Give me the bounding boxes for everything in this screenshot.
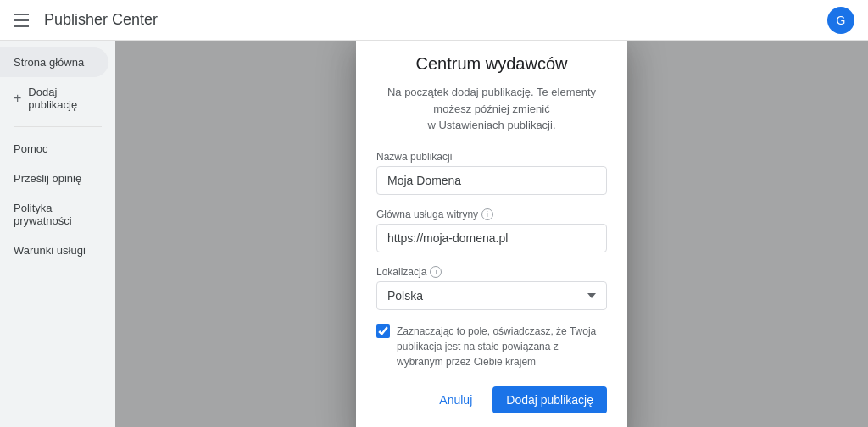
location-info-icon[interactable]: i [430,266,442,278]
plus-icon: + [14,91,21,106]
website-service-label: Główna usługa witryny i [376,208,607,220]
website-service-info-icon[interactable]: i [481,208,493,220]
sidebar-item-terms[interactable]: Warunki usługi [0,236,115,265]
publication-name-label: Nazwa publikacji [376,151,607,163]
avatar[interactable]: G [827,7,854,34]
submit-button[interactable]: Dodaj publikację [492,386,607,413]
consent-checkbox[interactable] [376,324,390,338]
sidebar-item-feedback[interactable]: Prześlij opinię [0,164,115,193]
app-title: Publisher Center [44,11,158,29]
location-label: Lokalizacja i [376,266,607,278]
location-group: Lokalizacja i Polska Niemcy Francja Wiel… [376,266,607,310]
sidebar-item-privacy[interactable]: Polityka prywatności [0,193,115,236]
sidebar-item-help[interactable]: Pomoc [0,134,115,164]
modal-dialog: Centrum wydawców Na początek dodaj publi… [356,34,627,427]
website-service-input[interactable] [376,224,607,252]
cancel-button[interactable]: Anuluj [426,386,486,413]
sidebar-divider [14,126,102,127]
publication-name-input[interactable] [376,166,607,195]
menu-icon[interactable] [14,10,34,30]
modal-actions: Anuluj Dodaj publikację [376,386,607,413]
consent-group: Zaznaczając to pole, oświadczasz, że Two… [376,324,607,369]
modal-description: Na początek dodaj publikację. Te element… [376,84,607,134]
sidebar: Strona główna + Dodaj publikację Pomoc P… [0,41,115,427]
modal-title: Centrum wydawców [376,54,607,74]
main-content: Centrum wydawców Na początek dodaj publi… [115,41,868,427]
publication-name-group: Nazwa publikacji [376,151,607,195]
location-select[interactable]: Polska Niemcy Francja Wielka Brytania [376,281,607,310]
consent-label: Zaznaczając to pole, oświadczasz, że Two… [397,324,607,369]
website-service-group: Główna usługa witryny i [376,208,607,252]
sidebar-add-publication[interactable]: + Dodaj publikację [0,77,115,119]
sidebar-item-home[interactable]: Strona główna [0,47,108,77]
topbar: Publisher Center G [0,0,868,41]
modal-overlay: Centrum wydawców Na początek dodaj publi… [115,41,868,427]
